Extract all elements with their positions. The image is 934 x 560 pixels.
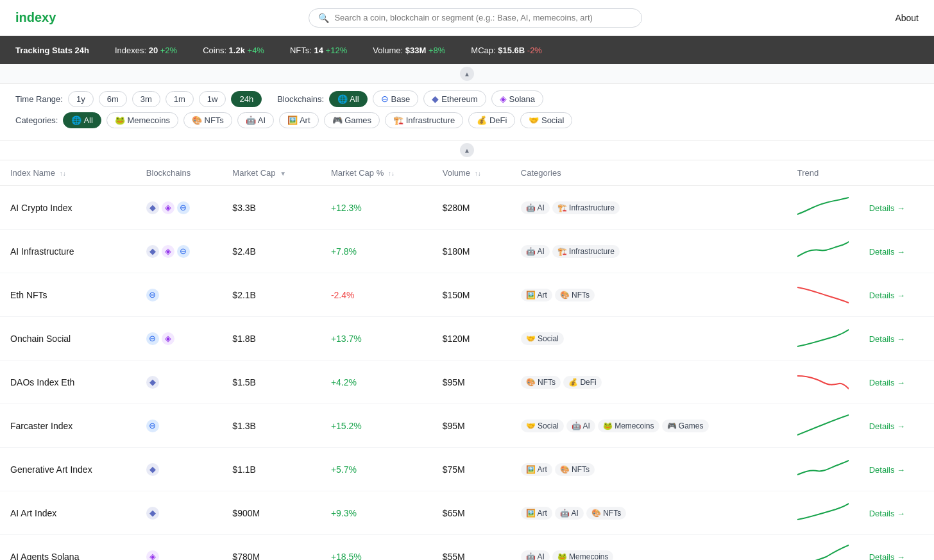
category-art[interactable]: 🖼️ Art	[279, 112, 319, 128]
cell-details[interactable]: Details →	[859, 186, 934, 230]
search-bar[interactable]: 🔍	[309, 8, 642, 28]
cell-name: Generative Art Index	[0, 448, 136, 491]
collapse-row-2: ▲	[0, 140, 934, 160]
blockchain-ethereum[interactable]: ◆ Ethereum	[423, 90, 486, 107]
cell-volume: $65M	[432, 491, 511, 535]
cell-volume: $120M	[432, 317, 511, 361]
time-range-24h[interactable]: 24h	[231, 91, 262, 107]
stats-bar-label: Tracking Stats 24h	[15, 46, 89, 55]
col-header-market-cap[interactable]: Market Cap ▼	[222, 160, 321, 186]
details-link[interactable]: Details →	[869, 247, 905, 257]
cell-trend	[787, 361, 859, 404]
cell-categories: 🤝 Social	[511, 317, 787, 361]
category-memecoins[interactable]: 🐸 Memecoins	[106, 112, 178, 128]
category-ai[interactable]: 🤖 AI	[237, 112, 274, 128]
time-range-1y[interactable]: 1y	[68, 91, 94, 107]
category-social[interactable]: 🤝 Social	[520, 112, 572, 128]
cell-details[interactable]: Details →	[859, 273, 934, 317]
table-row: AI Agents Solana ◈ $780M +18.5% $55M 🤖 A…	[0, 535, 934, 561]
category-badge: 🤖 AI	[555, 507, 584, 520]
sparkline-svg	[797, 413, 849, 436]
cell-market-cap: $780M	[222, 535, 321, 561]
details-link[interactable]: Details →	[869, 334, 905, 344]
cell-market-cap-pct: +12.3%	[321, 186, 432, 230]
cell-details[interactable]: Details →	[859, 317, 934, 361]
sparkline-svg	[797, 239, 849, 262]
cell-market-cap: $2.4B	[222, 230, 321, 273]
index-name: Farcaster Index	[10, 421, 72, 431]
time-range-1m[interactable]: 1m	[166, 91, 194, 107]
col-header-market-cap-pct[interactable]: Market Cap % ↑↓	[321, 160, 432, 186]
collapse-button-1[interactable]: ▲	[460, 67, 474, 81]
category-games[interactable]: 🎮 Games	[324, 112, 380, 128]
sparkline-svg	[797, 326, 849, 349]
table-row: Onchain Social ⊖◈ $1.8B +13.7% $120M 🤝 S…	[0, 317, 934, 361]
category-badge: 🏗️ Infrastructure	[552, 201, 620, 214]
time-range-label: Time Range:	[15, 94, 63, 104]
time-range-3m[interactable]: 3m	[132, 91, 160, 107]
cell-name: AI Crypto Index	[0, 186, 136, 230]
index-name: Eth NFTs	[10, 290, 47, 300]
stats-volume: Volume: $33M +8%	[373, 46, 445, 55]
about-link[interactable]: About	[895, 13, 919, 23]
cell-name: AI Agents Solana	[0, 535, 136, 561]
eth-chain-icon: ◆	[146, 376, 159, 389]
stats-coins: Coins: 1.2k +4%	[203, 46, 264, 55]
category-defi[interactable]: 💰 DeFi	[468, 112, 515, 128]
cell-details[interactable]: Details →	[859, 491, 934, 535]
category-badge: 🤖 AI	[521, 245, 550, 258]
cell-volume: $180M	[432, 230, 511, 273]
category-badge: 🎨 NFTs	[586, 507, 626, 520]
cell-market-cap: $1.3B	[222, 404, 321, 448]
cell-volume: $280M	[432, 186, 511, 230]
stats-mcap: MCap: $15.6B -2%	[471, 46, 542, 55]
index-name: AI Crypto Index	[10, 203, 72, 213]
cell-market-cap-pct: +15.2%	[321, 404, 432, 448]
cell-market-cap-pct: +4.2%	[321, 361, 432, 404]
details-link[interactable]: Details →	[869, 203, 905, 213]
time-range-6m[interactable]: 6m	[99, 91, 127, 107]
cell-trend	[787, 448, 859, 491]
sol-chain-icon: ◈	[162, 201, 174, 214]
cell-volume: $55M	[432, 535, 511, 561]
sparkline-svg	[797, 195, 849, 218]
category-infrastructure[interactable]: 🏗️ Infrastructure	[385, 112, 463, 128]
details-link[interactable]: Details →	[869, 378, 905, 387]
cell-market-cap-pct: +7.8%	[321, 230, 432, 273]
search-input[interactable]	[334, 13, 633, 22]
cell-volume: $75M	[432, 448, 511, 491]
sol-chain-icon: ◈	[146, 550, 159, 561]
cell-details[interactable]: Details →	[859, 404, 934, 448]
details-link[interactable]: Details →	[869, 421, 905, 431]
cell-details[interactable]: Details →	[859, 535, 934, 561]
blockchain-all[interactable]: 🌐 All	[329, 91, 367, 107]
index-name: Generative Art Index	[10, 464, 92, 475]
category-badge: 🎨 NFTs	[521, 376, 561, 389]
table-row: AI Art Index ◆ $900M +9.3% $65M 🖼️ Art🤖 …	[0, 491, 934, 535]
blockchain-solana[interactable]: ◈ Solana	[491, 90, 543, 107]
cell-market-cap: $1.5B	[222, 361, 321, 404]
details-link[interactable]: Details →	[869, 465, 905, 475]
category-badge: 🐸 Memecoins	[552, 550, 614, 561]
category-nfts[interactable]: 🎨 NFTs	[183, 112, 232, 128]
table-row: DAOs Index Eth ◆ $1.5B +4.2% $95M 🎨 NFTs…	[0, 361, 934, 404]
category-all[interactable]: 🌐 All	[63, 112, 101, 128]
details-link[interactable]: Details →	[869, 552, 905, 561]
cell-chains: ◆	[136, 361, 223, 404]
details-link[interactable]: Details →	[869, 509, 905, 518]
collapse-button-2[interactable]: ▲	[460, 143, 474, 157]
eth-chain-icon: ◆	[146, 463, 159, 476]
cell-details[interactable]: Details →	[859, 230, 934, 273]
details-link[interactable]: Details →	[869, 291, 905, 300]
time-range-1w[interactable]: 1w	[199, 91, 226, 107]
cell-details[interactable]: Details →	[859, 361, 934, 404]
cell-details[interactable]: Details →	[859, 448, 934, 491]
col-header-volume[interactable]: Volume ↑↓	[432, 160, 511, 186]
category-badge: 🤝 Social	[521, 420, 564, 432]
blockchain-base[interactable]: ⊖ Base	[373, 90, 419, 107]
cell-market-cap: $2.1B	[222, 273, 321, 317]
sol-chain-icon: ◈	[162, 245, 174, 258]
base-chain-icon: ⊖	[177, 201, 190, 214]
cell-name: DAOs Index Eth	[0, 361, 136, 404]
col-header-name[interactable]: Index Name ↑↓	[0, 160, 136, 186]
